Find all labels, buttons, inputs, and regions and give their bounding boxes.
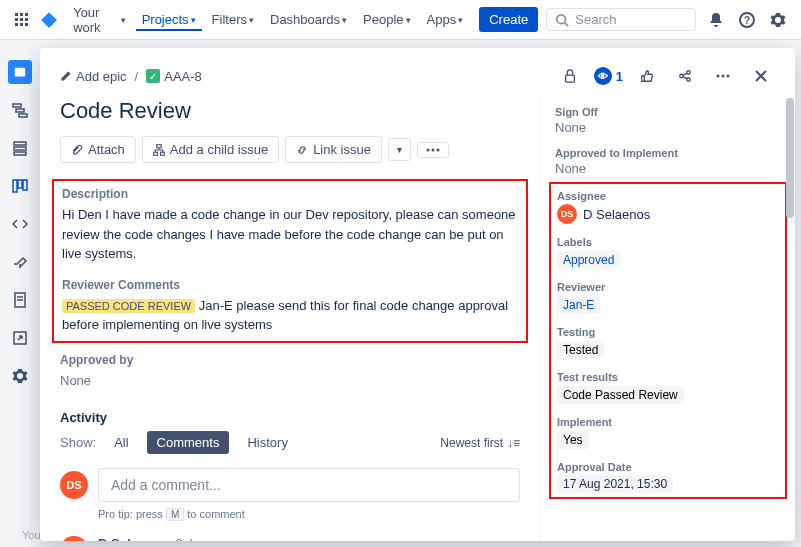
approval-date-tag: 17 Aug 2021, 15:30 [557, 475, 673, 493]
nav-projects[interactable]: Projects▾ [136, 8, 202, 31]
svg-point-9 [557, 14, 566, 23]
watch-count: 1 [616, 69, 623, 84]
settings-icon[interactable] [766, 6, 789, 34]
sort-newest-button[interactable]: Newest first ↓≡ [440, 436, 520, 450]
nav-filters[interactable]: Filters▾ [206, 8, 260, 31]
link-dropdown-button[interactable]: ▾ [388, 138, 411, 161]
search-input[interactable]: Search [546, 8, 696, 31]
project-settings-icon[interactable] [8, 364, 32, 388]
approval-date-value[interactable]: 17 Aug 2021, 15:30 [557, 475, 779, 493]
close-icon[interactable] [747, 62, 775, 90]
app-switcher-icon[interactable] [12, 8, 32, 32]
approved-impl-value[interactable]: None [555, 161, 781, 176]
svg-rect-8 [25, 23, 28, 26]
chevron-down-icon: ▾ [406, 15, 411, 25]
pages-icon[interactable] [8, 288, 32, 312]
issue-key-label: AAA-8 [164, 69, 202, 84]
approved-by-value[interactable]: None [60, 371, 520, 391]
chevron-down-icon: ▾ [342, 15, 347, 25]
link-issue-label: Link issue [313, 142, 371, 157]
svg-rect-16 [19, 114, 27, 117]
svg-rect-15 [16, 109, 24, 112]
svg-rect-19 [14, 152, 26, 155]
issue-title[interactable]: Code Review [60, 98, 520, 124]
svg-text:?: ? [744, 15, 750, 26]
svg-point-41 [426, 148, 429, 151]
add-epic-link[interactable]: Add epic [60, 69, 127, 84]
add-shortcut-icon[interactable] [8, 326, 32, 350]
sort-icon: ↓≡ [507, 436, 520, 450]
protip-key: M [166, 508, 184, 521]
pencil-icon [60, 70, 72, 82]
tab-comments[interactable]: Comments [147, 431, 230, 454]
label-tag[interactable]: Approved [557, 251, 620, 269]
svg-rect-40 [160, 152, 164, 155]
nav-your-work-label: Your work [73, 5, 118, 35]
releases-icon[interactable] [8, 250, 32, 274]
tab-all[interactable]: All [104, 431, 138, 454]
roadmap-icon[interactable] [8, 98, 32, 122]
search-icon [555, 13, 569, 27]
lock-icon[interactable] [556, 62, 584, 90]
sign-off-value[interactable]: None [555, 120, 781, 135]
testing-value[interactable]: Tested [557, 340, 779, 359]
nav-projects-label: Projects [142, 12, 189, 27]
svg-rect-14 [13, 104, 21, 107]
project-icon[interactable] [8, 60, 32, 84]
implement-value[interactable]: Yes [557, 430, 779, 449]
link-issue-button[interactable]: Link issue [285, 136, 382, 163]
description-text[interactable]: Hi Den I have made a code change in our … [62, 205, 518, 264]
labels-value[interactable]: Approved [557, 250, 779, 269]
chevron-down-icon: ▾ [458, 15, 463, 25]
test-results-label: Test results [557, 371, 779, 383]
comment-input[interactable]: Add a comment... [98, 468, 520, 502]
sort-label: Newest first [440, 436, 503, 450]
comment-author[interactable]: D Selaenos [98, 536, 168, 541]
add-child-button[interactable]: Add a child issue [142, 136, 279, 163]
svg-rect-21 [18, 180, 22, 188]
issue-key-link[interactable]: ✓ AAA-8 [146, 69, 202, 84]
protip-pre: Pro tip: press [98, 508, 163, 520]
chevron-down-icon: ▾ [191, 15, 196, 25]
test-results-value[interactable]: Code Passed Review [557, 385, 779, 404]
eye-icon: 👁 [594, 67, 612, 85]
reviewer-tag[interactable]: Jan-E [557, 296, 600, 314]
help-icon[interactable]: ? [735, 6, 758, 34]
create-button[interactable]: Create [479, 7, 538, 32]
reviewer-value[interactable]: Jan-E [557, 295, 779, 314]
breadcrumb-separator: / [135, 69, 139, 84]
nav-dashboards[interactable]: Dashboards▾ [264, 8, 353, 31]
implement-tag: Yes [557, 431, 589, 449]
scrollbar[interactable] [786, 98, 794, 218]
attach-button[interactable]: Attach [60, 136, 136, 163]
jira-logo-icon[interactable] [40, 8, 60, 32]
backlog-icon[interactable] [8, 136, 32, 160]
nav-apps[interactable]: Apps▾ [421, 8, 470, 31]
watch-button[interactable]: 👁 1 [594, 67, 623, 85]
svg-line-10 [565, 22, 569, 26]
tab-history[interactable]: History [237, 431, 297, 454]
svg-rect-0 [15, 13, 18, 16]
passed-badge: PASSED CODE REVIEW [62, 299, 195, 313]
reviewer-comments-text[interactable]: PASSED CODE REVIEW Jan-E please send thi… [62, 296, 518, 335]
like-icon[interactable] [633, 62, 661, 90]
assignee-name: D Selaenos [583, 207, 650, 222]
nav-people[interactable]: People▾ [357, 8, 416, 31]
notifications-icon[interactable] [704, 6, 727, 34]
comment-protip: Pro tip: press M to comment [98, 508, 520, 520]
more-actions-icon[interactable] [709, 62, 737, 90]
nav-your-work[interactable]: Your work▾ [67, 1, 131, 39]
svg-point-42 [431, 148, 434, 151]
comment-item: DS D Selaenos 3 days ago Thanks Dan now … [60, 536, 520, 541]
testing-tag: Tested [557, 341, 604, 359]
more-toolbar-button[interactable] [417, 142, 449, 158]
assignee-value[interactable]: DS D Selaenos [557, 204, 779, 224]
share-icon[interactable] [671, 62, 699, 90]
svg-rect-2 [25, 13, 28, 16]
comment-avatar: DS [60, 536, 88, 541]
board-icon[interactable] [8, 174, 32, 198]
assignee-avatar: DS [557, 204, 577, 224]
code-icon[interactable] [8, 212, 32, 236]
implement-label: Implement [557, 416, 779, 428]
chevron-down-icon: ▾ [397, 144, 402, 155]
